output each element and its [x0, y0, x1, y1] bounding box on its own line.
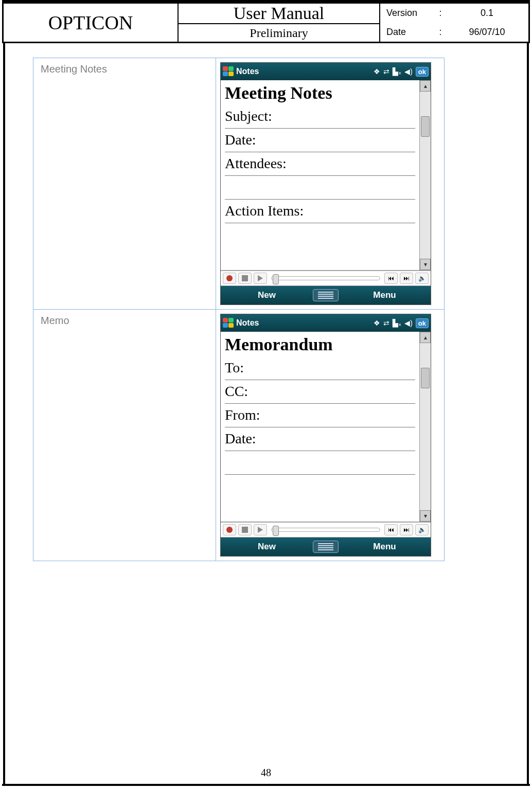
- start-icon[interactable]: [223, 318, 234, 328]
- note-line[interactable]: CC:: [225, 380, 415, 404]
- page-number: 48: [0, 767, 532, 779]
- note-line[interactable]: Subject:: [225, 105, 415, 129]
- stop-button[interactable]: [238, 273, 252, 284]
- ok-button[interactable]: ok: [416, 318, 429, 328]
- doc-title: User Manual: [179, 4, 379, 24]
- keyboard-toggle-icon[interactable]: [313, 289, 339, 301]
- ok-button[interactable]: ok: [416, 67, 429, 77]
- note-editor[interactable]: Meeting Notes Subject: Date: Attendees: …: [221, 80, 419, 270]
- date-value: 96/07/10: [446, 27, 528, 38]
- scroll-down-button[interactable]: ▾: [420, 259, 431, 270]
- volume-icon: ◀): [404, 319, 413, 327]
- table-row: Memo Notes ❖ ⇄ ▙ₓ ◀) ok: [33, 310, 445, 561]
- scrollbar[interactable]: ▴ ▾: [419, 332, 431, 522]
- skip-back-button[interactable]: ⏮: [384, 273, 398, 284]
- softkey-menu[interactable]: Menu: [339, 542, 431, 552]
- status-bar: Notes ❖ ⇄ ▙ₓ ◀) ok: [221, 63, 431, 80]
- note-line[interactable]: Attendees:: [225, 152, 415, 176]
- doc-subtitle: Preliminary: [179, 24, 379, 42]
- note-editor[interactable]: Memorandum To: CC: From: Date:: [221, 332, 419, 522]
- record-button[interactable]: [223, 524, 236, 535]
- scrollbar[interactable]: ▴ ▾: [419, 80, 431, 270]
- scroll-thumb[interactable]: [421, 116, 430, 137]
- recording-toolbar: ⏮ ⏭ 🔈: [221, 522, 431, 537]
- scroll-up-button[interactable]: ▴: [420, 80, 431, 92]
- keyboard-status-icon: ❖: [374, 67, 380, 76]
- note-line[interactable]: [225, 176, 415, 200]
- app-title: Notes: [236, 67, 259, 76]
- recording-toolbar: ⏮ ⏭ 🔈: [221, 271, 431, 286]
- brand-cell: OPTICON: [4, 4, 179, 42]
- softkey-new[interactable]: New: [221, 290, 313, 300]
- date-label: Date: [386, 27, 435, 38]
- skip-fwd-button[interactable]: ⏭: [400, 273, 413, 284]
- stop-button[interactable]: [238, 524, 252, 535]
- sync-icon: ⇄: [383, 67, 389, 76]
- doc-header: OPTICON User Manual Preliminary Version …: [2, 2, 530, 43]
- note-line[interactable]: Date:: [225, 427, 415, 451]
- signal-off-icon: ▙ₓ: [393, 67, 401, 76]
- soft-key-bar: New Menu: [221, 286, 431, 304]
- note-line[interactable]: From:: [225, 404, 415, 427]
- speaker-icon[interactable]: 🔈: [415, 524, 429, 535]
- note-line[interactable]: To:: [225, 356, 415, 380]
- soft-key-bar: New Menu: [221, 537, 431, 556]
- templates-table: Meeting Notes Notes ❖ ⇄ ▙ₓ ◀) ok: [33, 58, 445, 561]
- scroll-thumb[interactable]: [421, 368, 430, 388]
- skip-back-button[interactable]: ⏮: [384, 524, 398, 535]
- signal-off-icon: ▙ₓ: [393, 319, 401, 327]
- softkey-new[interactable]: New: [221, 542, 313, 552]
- app-title: Notes: [236, 318, 259, 328]
- separator: :: [435, 8, 446, 19]
- playback-slider[interactable]: [271, 528, 380, 532]
- keyboard-toggle-icon[interactable]: [313, 541, 339, 553]
- status-bar: Notes ❖ ⇄ ▙ₓ ◀) ok: [221, 314, 431, 332]
- scroll-up-button[interactable]: ▴: [420, 332, 431, 343]
- playback-slider[interactable]: [271, 276, 380, 280]
- note-heading: Meeting Notes: [225, 81, 415, 105]
- volume-icon: ◀): [404, 67, 413, 76]
- softkey-menu[interactable]: Menu: [339, 290, 431, 300]
- version-value: 0.1: [446, 8, 528, 19]
- play-button[interactable]: [254, 273, 267, 284]
- scroll-down-button[interactable]: ▾: [420, 510, 431, 522]
- template-label: Memo: [33, 310, 216, 561]
- note-line[interactable]: [225, 451, 415, 475]
- record-button[interactable]: [223, 273, 236, 284]
- note-line[interactable]: Date:: [225, 129, 415, 152]
- template-label: Meeting Notes: [33, 58, 216, 310]
- note-line[interactable]: [225, 223, 415, 247]
- skip-fwd-button[interactable]: ⏭: [400, 524, 413, 535]
- play-button[interactable]: [254, 524, 267, 535]
- version-row: Version : 0.1: [380, 4, 528, 23]
- note-line[interactable]: Action Items:: [225, 200, 415, 223]
- note-heading: Memorandum: [225, 333, 415, 356]
- page-border-bottom: [2, 784, 530, 786]
- device-screenshot: Notes ❖ ⇄ ▙ₓ ◀) ok Meeting Notes Subject…: [220, 62, 431, 305]
- separator: :: [435, 27, 446, 38]
- sync-icon: ⇄: [383, 319, 389, 327]
- keyboard-status-icon: ❖: [374, 319, 380, 327]
- table-row: Meeting Notes Notes ❖ ⇄ ▙ₓ ◀) ok: [33, 58, 445, 310]
- start-icon[interactable]: [223, 66, 234, 77]
- speaker-icon[interactable]: 🔈: [415, 273, 429, 284]
- version-label: Version: [386, 8, 435, 19]
- date-row: Date : 96/07/10: [380, 23, 528, 42]
- note-line[interactable]: [225, 475, 415, 498]
- device-screenshot: Notes ❖ ⇄ ▙ₓ ◀) ok Memorandum To: CC: Fr…: [220, 314, 431, 557]
